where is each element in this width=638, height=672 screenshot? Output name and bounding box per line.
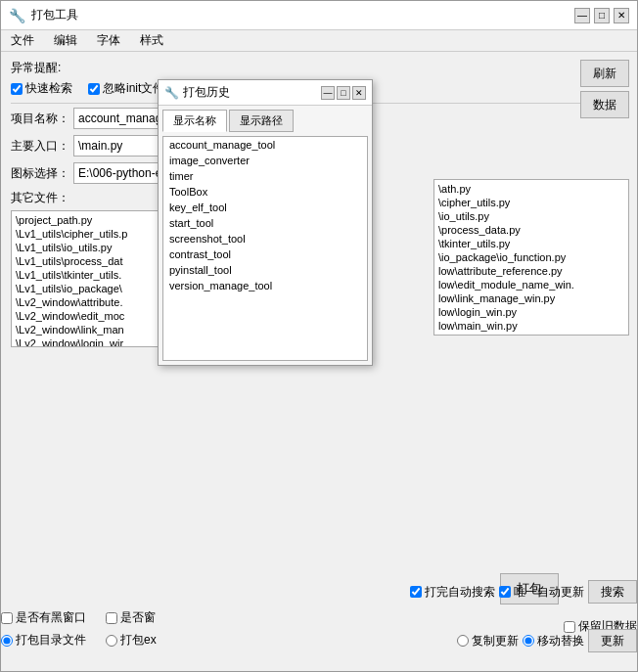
pack-dir-radio-item: 打包目录文件: [1, 632, 86, 649]
history-title-bar: 🔧 打包历史 — □ ✕: [159, 80, 372, 106]
pack-ex-radio[interactable]: [106, 635, 117, 647]
menu-font[interactable]: 字体: [91, 30, 126, 51]
search-button[interactable]: 搜索: [588, 580, 637, 604]
right-files-list[interactable]: \ath.py \cipher_utils.py \io_utils.py \p…: [433, 179, 629, 336]
right-panel-buttons: 刷新 数据: [580, 60, 629, 118]
maximize-button[interactable]: □: [594, 8, 610, 23]
auto-update-label: 唯一自动更新: [514, 584, 584, 601]
list-item[interactable]: screenshot_tool: [163, 231, 367, 246]
history-list[interactable]: account_manage_tool image_converter time…: [162, 136, 368, 361]
list-item[interactable]: ToolBox: [163, 184, 367, 200]
refresh-button[interactable]: 刷新: [580, 60, 629, 87]
history-title-controls: — □ ✕: [321, 86, 366, 100]
list-item: \io_utils.py: [436, 209, 626, 223]
pack-ex-radio-item: 打包ex: [106, 632, 157, 649]
pack-dir-radio[interactable]: [1, 635, 13, 647]
pack-ex-label: 打包ex: [120, 632, 157, 649]
update-button[interactable]: 更新: [588, 629, 637, 652]
list-item: low\attribute_reference.py: [436, 264, 626, 278]
icon-label: 图标选择：: [11, 165, 73, 182]
list-item[interactable]: key_elf_tool: [163, 200, 367, 215]
list-item: low\link_manage_win.py: [436, 291, 626, 305]
list-item: \ath.py: [436, 182, 626, 196]
window-label: 是否窗: [120, 609, 156, 626]
list-item[interactable]: image_converter: [163, 153, 367, 168]
title-bar-left: 🔧 打包工具: [9, 7, 78, 23]
list-item[interactable]: account_manage_tool: [163, 137, 367, 153]
data-button[interactable]: 数据: [580, 91, 629, 118]
main-title-bar: 🔧 打包工具 — □ ✕: [1, 1, 637, 30]
list-item: low\main_win.py: [436, 319, 626, 333]
history-close-btn[interactable]: ✕: [352, 86, 366, 100]
menu-edit[interactable]: 编辑: [48, 30, 83, 51]
history-tabs: 显示名称 显示路径: [159, 106, 372, 132]
minimize-button[interactable]: —: [574, 8, 590, 23]
ignore-init-checkbox-item: 忽略init文件: [88, 80, 164, 97]
list-item[interactable]: contrast_tool: [163, 246, 367, 262]
auto-update-checkbox-item: 唯一自动更新: [499, 584, 584, 601]
quick-search-checkbox-item: 快速检索: [11, 80, 72, 97]
auto-search-label: 打完自动搜索: [425, 584, 495, 601]
pack-dir-label: 打包目录文件: [16, 632, 86, 649]
menu-style[interactable]: 样式: [134, 30, 169, 51]
black-window-label: 是否有黑窗口: [16, 609, 86, 626]
main-window: 🔧 打包工具 — □ ✕ 文件 编辑 字体 样式 刷新 数据 异常提醒: 快速检…: [0, 0, 638, 672]
history-dialog: 🔧 打包历史 — □ ✕ 显示名称 显示路径 account_manage_to…: [158, 79, 373, 366]
main-title-controls: — □ ✕: [574, 8, 629, 23]
history-maximize-btn[interactable]: □: [337, 86, 350, 100]
bottom-checkboxes: 是否有黑窗口 是否窗: [1, 609, 637, 626]
list-item: \process_data.py: [436, 223, 626, 237]
auto-search-checkbox[interactable]: [410, 586, 422, 598]
ignore-init-checkbox[interactable]: [88, 83, 100, 95]
list-item: low\login_win.py: [436, 305, 626, 319]
black-window-checkbox[interactable]: [1, 612, 13, 624]
warnings-label: 异常提醒:: [11, 60, 627, 76]
tab-show-name[interactable]: 显示名称: [162, 110, 227, 132]
history-minimize-btn[interactable]: —: [321, 86, 335, 100]
move-replace-label: 移动替换: [537, 633, 584, 650]
bottom-section: 是否有黑窗口 是否窗 打包目录文件 打包ex: [1, 609, 637, 649]
list-item: low\module_manage_win.py: [436, 333, 626, 336]
search-row: 打完自动搜索 唯一自动更新 搜索: [410, 580, 637, 604]
ignore-init-label: 忽略init文件: [103, 80, 164, 97]
copy-update-label: 复制更新: [472, 633, 519, 650]
history-dialog-title: 打包历史: [183, 84, 230, 101]
main-window-icon: 🔧: [9, 8, 25, 23]
list-item: \io_package\io_function.py: [436, 250, 626, 264]
copy-update-radio-item: 复制更新: [457, 633, 519, 650]
list-item[interactable]: pyinstall_tool: [163, 262, 367, 278]
list-item: low\edit_module_name_win.: [436, 278, 626, 291]
window-checkbox[interactable]: [106, 612, 117, 624]
list-item[interactable]: timer: [163, 168, 367, 184]
main-entry-label: 主要入口：: [11, 138, 73, 155]
menu-bar: 文件 编辑 字体 样式: [1, 30, 637, 52]
copy-update-radio[interactable]: [457, 635, 469, 647]
auto-update-checkbox[interactable]: [499, 586, 511, 598]
close-button[interactable]: ✕: [614, 8, 629, 23]
history-dialog-icon: 🔧: [164, 86, 179, 100]
move-replace-radio[interactable]: [523, 635, 534, 647]
history-title-left: 🔧 打包历史: [164, 84, 230, 101]
move-replace-radio-item: 移动替换: [523, 633, 584, 650]
quick-search-checkbox[interactable]: [11, 83, 23, 95]
list-item: \cipher_utils.py: [436, 196, 626, 209]
list-item[interactable]: start_tool: [163, 215, 367, 231]
menu-file[interactable]: 文件: [5, 30, 40, 51]
list-item: \tkinter_utils.py: [436, 237, 626, 250]
list-item[interactable]: version_manage_tool: [163, 278, 367, 293]
window-checkbox-item: 是否窗: [106, 609, 156, 626]
black-window-checkbox-item: 是否有黑窗口: [1, 609, 86, 626]
project-label: 项目名称：: [11, 111, 73, 127]
copy-update-row: 复制更新 移动替换 更新: [457, 629, 637, 652]
main-window-title: 打包工具: [31, 7, 78, 23]
tab-show-path[interactable]: 显示路径: [229, 110, 294, 132]
quick-search-label: 快速检索: [25, 80, 72, 97]
auto-search-checkbox-item: 打完自动搜索: [410, 584, 495, 601]
